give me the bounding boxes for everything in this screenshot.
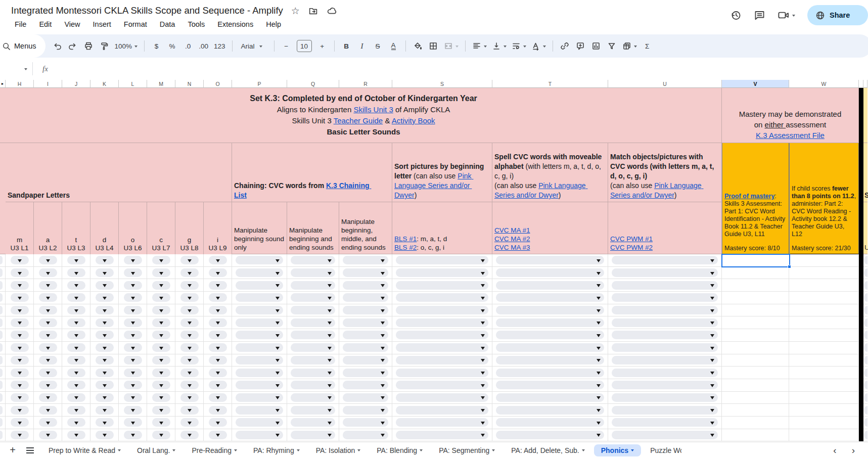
cell-O[interactable]	[204, 354, 232, 367]
cell-O[interactable]	[204, 379, 232, 392]
cvc-ma-links-cell[interactable]: CVC MA #1 CVC MA #2 CVC MA #3	[492, 202, 608, 254]
vertical-align-icon[interactable]	[490, 39, 508, 53]
search-menus-button[interactable]: Menus	[0, 34, 45, 58]
cell-H[interactable]	[6, 316, 34, 329]
cell-P[interactable]	[232, 279, 287, 292]
dropdown-chip[interactable]	[612, 343, 718, 352]
cell-L[interactable]	[119, 316, 147, 329]
cell-Q[interactable]	[287, 304, 339, 317]
cell-L[interactable]	[119, 279, 147, 292]
cell-S[interactable]	[392, 367, 492, 379]
dropdown-chip[interactable]	[236, 306, 283, 314]
cell-T[interactable]	[492, 342, 608, 354]
dropdown-chip[interactable]	[343, 418, 388, 427]
dropdown-chip[interactable]	[396, 431, 488, 439]
column-header-T[interactable]: T	[492, 80, 608, 88]
cell-R[interactable]	[339, 342, 392, 354]
column-header-P[interactable]: P	[232, 80, 287, 88]
dropdown-chip[interactable]	[11, 318, 29, 327]
cell-V[interactable]	[722, 417, 789, 429]
cell-T[interactable]	[492, 429, 608, 442]
cell-P[interactable]	[232, 304, 287, 317]
cell-V[interactable]	[722, 367, 789, 379]
cell-M[interactable]	[147, 292, 175, 304]
dropdown-chip[interactable]	[39, 331, 57, 339]
sheet-tab-pa-rhyming[interactable]: PA: Rhyming	[246, 444, 307, 456]
cell-M[interactable]	[147, 254, 175, 267]
cell-V[interactable]	[722, 316, 789, 329]
dropdown-chip[interactable]	[124, 369, 142, 377]
dropdown-chip[interactable]	[612, 331, 718, 339]
cell-Q[interactable]	[287, 342, 339, 354]
dropdown-chip[interactable]	[209, 281, 227, 290]
cell-R[interactable]	[339, 429, 392, 442]
dropdown-chip[interactable]	[236, 356, 283, 364]
dropdown-chip[interactable]	[11, 418, 29, 427]
dropdown-chip[interactable]	[11, 431, 29, 439]
dropdown-chip[interactable]	[67, 393, 85, 402]
dropdown-chip[interactable]	[209, 393, 227, 402]
cell-T[interactable]	[492, 392, 608, 404]
dropdown-chip[interactable]	[496, 381, 604, 389]
menu-insert[interactable]: Insert	[88, 19, 116, 29]
scroll-tabs-left-icon[interactable]: ‹	[833, 445, 836, 456]
dropdown-chip[interactable]	[124, 393, 142, 402]
cell-N[interactable]	[175, 379, 204, 392]
dropdown-chip[interactable]	[96, 318, 114, 327]
cell-M[interactable]	[147, 354, 175, 367]
dropdown-chip[interactable]	[236, 393, 283, 402]
dropdown-chip[interactable]	[39, 356, 57, 364]
dropdown-chip[interactable]	[343, 369, 388, 377]
menu-view[interactable]: View	[60, 19, 84, 29]
cell-U[interactable]	[608, 267, 722, 280]
cell-Q[interactable]	[287, 392, 339, 404]
cell-L[interactable]	[119, 342, 147, 354]
share-button[interactable]: Share	[807, 5, 868, 25]
dropdown-chip[interactable]	[343, 293, 388, 302]
cell-K[interactable]	[90, 304, 119, 317]
dropdown-chip[interactable]	[39, 256, 57, 264]
cell-R[interactable]	[339, 379, 392, 392]
cell-S[interactable]	[392, 379, 492, 392]
letter-cell-o[interactable]: oU3 L6	[119, 202, 147, 254]
sheet-tab-pa-isolation[interactable]: PA: Isolation	[309, 444, 368, 456]
dropdown-chip[interactable]	[67, 369, 85, 377]
dropdown-chip[interactable]	[152, 306, 170, 314]
cell-R[interactable]	[339, 392, 392, 404]
cell-H[interactable]	[6, 254, 34, 267]
dropdown-chip[interactable]	[343, 281, 388, 290]
cell-V[interactable]	[722, 354, 789, 367]
dropdown-chip[interactable]	[96, 293, 114, 302]
cell-U[interactable]	[608, 279, 722, 292]
cell-J[interactable]	[62, 279, 90, 292]
cell-T[interactable]	[492, 292, 608, 304]
cell-R[interactable]	[339, 292, 392, 304]
letter-cell-c[interactable]: cU3 L7	[147, 202, 175, 254]
cell-O[interactable]	[204, 292, 232, 304]
cell-K[interactable]	[90, 379, 119, 392]
letter-cell-g[interactable]: gU3 L8	[175, 202, 204, 254]
dropdown-chip[interactable]	[11, 281, 29, 290]
cell-P[interactable]	[232, 342, 287, 354]
paint-format-icon[interactable]	[98, 39, 111, 53]
cell-I[interactable]	[34, 316, 62, 329]
cell-L[interactable]	[119, 417, 147, 429]
cell-T[interactable]	[492, 367, 608, 379]
cell-T[interactable]	[492, 279, 608, 292]
cell-O[interactable]	[204, 316, 232, 329]
dropdown-chip[interactable]	[396, 343, 488, 352]
decrease-decimal-button[interactable]: .0	[181, 39, 195, 53]
cell-I[interactable]	[34, 292, 62, 304]
dropdown-chip[interactable]	[124, 343, 142, 352]
cell-T[interactable]	[492, 417, 608, 429]
cell-V[interactable]	[722, 267, 789, 280]
cell-W[interactable]	[789, 417, 859, 429]
cell-K[interactable]	[90, 267, 119, 280]
cell-I[interactable]	[34, 404, 62, 417]
cell-M[interactable]	[147, 379, 175, 392]
dropdown-chip[interactable]	[291, 431, 335, 439]
cell-R[interactable]	[339, 329, 392, 342]
dropdown-chip[interactable]	[396, 418, 488, 427]
dropdown-chip[interactable]	[67, 293, 85, 302]
menu-tools[interactable]: Tools	[183, 19, 209, 29]
